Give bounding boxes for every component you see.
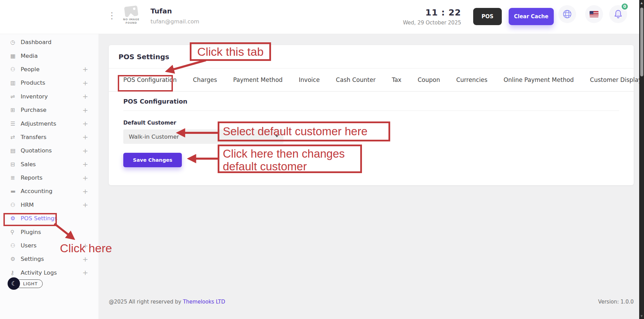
save-changes-button[interactable]: Save Changes [123, 153, 182, 167]
bell-icon [613, 9, 623, 19]
expand-plus-icon[interactable]: + [82, 187, 88, 195]
vertical-scrollbar[interactable]: ▲ ▼ [639, 0, 644, 319]
clear-cache-button[interactable]: Clear Cache [509, 8, 554, 25]
sidebar-item-adjustments[interactable]: ☰ Adjustments + [0, 117, 98, 130]
annotation-click-here: Click here [60, 242, 112, 255]
reports-icon: ≣ [10, 174, 21, 181]
user-email: tufan@gmail.com [150, 18, 199, 25]
people-icon: ⚇ [10, 66, 21, 73]
clock: 11 : 22 Wed, 29 October 2025 [403, 8, 461, 26]
expand-plus-icon[interactable]: + [82, 160, 88, 168]
settings-tabs: POS Configuration Charges Payment Method… [109, 68, 634, 92]
dashboard-icon: ◷ [10, 39, 21, 45]
expand-plus-icon[interactable]: + [82, 119, 88, 128]
sidebar-item-hrm[interactable]: ⚇ HRM + [0, 198, 98, 212]
scroll-up-icon[interactable]: ▲ [639, 1, 644, 4]
themelooks-link[interactable]: Themelooks LTD [183, 299, 225, 305]
pos-button[interactable]: POS [473, 8, 502, 25]
quotations-icon: ▤ [10, 147, 21, 154]
language-globe-button[interactable] [558, 5, 576, 23]
transfers-icon: ⇄ [10, 134, 21, 140]
sidebar-collapse-menu-icon[interactable]: ⋮ [107, 11, 116, 20]
tab-customer-display[interactable]: Customer Display [590, 76, 642, 83]
sidebar-item-products[interactable]: ▥ Products + [0, 76, 98, 89]
plug-icon: ⚲ [10, 229, 21, 235]
sidebar-item-dashboard[interactable]: ◷ Dashboard [0, 35, 98, 49]
tab-cash-counter[interactable]: Cash Counter [336, 76, 375, 83]
sidebar-item-accounting[interactable]: ▬ Accounting + [0, 184, 98, 198]
hrm-icon: ⚇ [10, 202, 21, 208]
clock-date: Wed, 29 October 2025 [403, 20, 461, 26]
clock-time: 11 : 22 [403, 8, 461, 18]
tab-payment-method[interactable]: Payment Method [233, 76, 283, 83]
tab-invoice[interactable]: Invoice [299, 76, 320, 83]
gear-icon: ⚙ [10, 256, 21, 262]
avatar-placeholder-text: NO IMAGE [121, 18, 142, 21]
expand-plus-icon[interactable]: + [82, 92, 88, 100]
scrollbar-thumb[interactable] [640, 8, 643, 76]
section-title: POS Configuration [123, 98, 619, 111]
adjustments-icon: ☰ [10, 120, 21, 127]
expand-plus-icon[interactable]: + [82, 133, 88, 141]
copyright-text: @2025 All right reserved by [109, 299, 181, 305]
pos-settings-card: POS Settings POS Configuration Charges P… [109, 45, 634, 185]
users-icon: ⚇ [10, 242, 21, 249]
sidebar-item-purchase[interactable]: ⊞ Purchase + [0, 103, 98, 117]
moon-icon: ☾ [8, 277, 20, 290]
expand-plus-icon[interactable]: + [82, 255, 88, 263]
highlight-box-pos-settings-item [3, 213, 57, 226]
sidebar-item-quotations[interactable]: ▤ Quotations + [0, 144, 98, 157]
purchase-icon: ⊞ [10, 107, 21, 113]
highlight-box-pos-configuration-tab [118, 75, 173, 92]
no-image-icon [124, 6, 138, 17]
sidebar-item-people[interactable]: ⚇ People + [0, 63, 98, 76]
tab-currencies[interactable]: Currencies [456, 76, 488, 83]
avatar[interactable]: NO IMAGE FOUND [121, 6, 142, 25]
sidebar: ◷ Dashboard ▦ Media ⚇ People + ▥ Product… [0, 34, 98, 319]
expand-plus-icon[interactable]: + [82, 174, 88, 182]
theme-toggle[interactable]: ☾ LIGHT [8, 277, 43, 290]
expand-plus-icon[interactable]: + [82, 147, 88, 155]
sidebar-item-sales[interactable]: ⊟ Sales + [0, 158, 98, 171]
annotation-click-this-tab: Click this tab [190, 42, 271, 61]
avatar-placeholder-text: FOUND [121, 21, 142, 25]
expand-plus-icon[interactable]: + [82, 79, 88, 87]
media-icon: ▦ [10, 53, 21, 59]
sales-icon: ⊟ [10, 161, 21, 168]
footer: @2025 All right reserved by Themelooks L… [109, 299, 634, 305]
us-flag-icon [590, 11, 599, 17]
user-name: Tufan [150, 7, 172, 15]
products-icon: ▥ [10, 79, 21, 86]
page-title: POS Settings [109, 45, 634, 68]
sidebar-item-transfers[interactable]: ⇄ Transfers + [0, 130, 98, 144]
tab-online-payment-method[interactable]: Online Payment Method [503, 76, 574, 83]
top-header: ⋮ NO IMAGE FOUND Tufan tufan@gmail.com 1… [0, 0, 639, 34]
expand-plus-icon[interactable]: + [82, 201, 88, 209]
scroll-down-icon[interactable]: ▼ [639, 315, 644, 318]
version-text: Version: 1.0.0 [598, 299, 634, 305]
sidebar-item-inventory[interactable]: ⇌ Inventory + [0, 90, 98, 103]
sidebar-item-plugins[interactable]: ⚲ Plugins [0, 225, 98, 238]
expand-plus-icon[interactable]: + [82, 106, 88, 114]
annotation-select-default-customer: Select default customer here [218, 121, 390, 141]
expand-plus-icon[interactable]: + [82, 268, 88, 277]
annotation-save-changes: Click here then changes default customer [218, 145, 362, 173]
notification-count-badge: 0 [621, 3, 629, 10]
accounting-icon: ▬ [10, 188, 21, 194]
sidebar-item-reports[interactable]: ≣ Reports + [0, 171, 98, 184]
locale-flag-button[interactable] [585, 5, 603, 23]
tab-tax[interactable]: Tax [392, 76, 402, 83]
inventory-icon: ⇌ [10, 93, 21, 100]
tab-coupon[interactable]: Coupon [418, 76, 440, 83]
default-customer-value: Walk-in Customer [129, 134, 179, 140]
key-icon: ⚷ [10, 269, 21, 276]
expand-plus-icon[interactable]: + [82, 65, 88, 73]
tab-charges[interactable]: Charges [193, 76, 217, 83]
globe-icon [562, 9, 572, 19]
sidebar-item-media[interactable]: ▦ Media [0, 49, 98, 62]
